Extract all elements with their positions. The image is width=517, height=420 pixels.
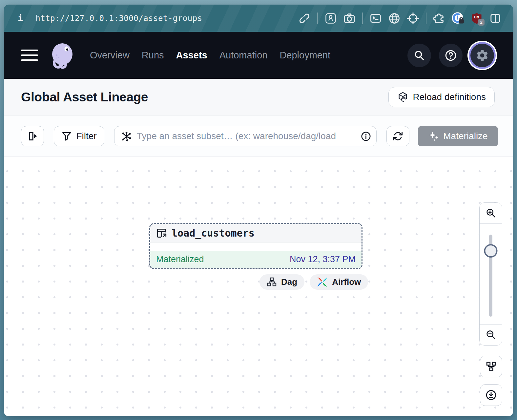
nav-item-deployment[interactable]: Deployment (279, 50, 330, 61)
nav-item-runs[interactable]: Runs (142, 50, 164, 61)
split-view-icon[interactable] (489, 12, 501, 24)
page-info-icon[interactable]: i (18, 13, 23, 23)
lineage-canvas[interactable]: load_customers Materialized Nov 12, 3:37… (4, 157, 513, 416)
toolbar-separator (317, 12, 318, 24)
zoom-in-icon (485, 208, 496, 219)
asset-status-row: Materialized Nov 12, 3:37 PM (150, 251, 362, 268)
zoom-out-button[interactable] (480, 324, 502, 345)
toolbar-separator (426, 12, 426, 24)
airflow-pinwheel-icon (317, 277, 328, 287)
search-input[interactable] (114, 126, 377, 146)
refresh-icon (393, 131, 403, 141)
filter-funnel-icon (61, 131, 72, 141)
search-icon (413, 49, 425, 62)
onepassword-icon[interactable] (452, 12, 464, 24)
reload-definitions-icon (397, 92, 408, 103)
app-navbar: Overview Runs Assets Automation Deployme… (4, 32, 513, 79)
expand-panel-icon (27, 131, 38, 142)
collapse-panel-button[interactable] (21, 126, 44, 146)
navbar-actions (407, 44, 496, 67)
extension-flower-icon[interactable] (325, 12, 337, 24)
zoom-slider (480, 224, 502, 324)
browser-window: i http://127.0.0.1:3000/asset-groups (4, 5, 513, 416)
asset-graph-icon (121, 131, 132, 142)
filter-label: Filter (76, 131, 96, 141)
reload-definitions-button[interactable]: Reload definitions (388, 87, 495, 107)
page-header: Global Asset Lineage Reload definitions (4, 79, 513, 115)
asset-table-icon (156, 228, 167, 239)
camera-icon[interactable] (343, 12, 355, 24)
zoom-in-button[interactable] (480, 203, 502, 224)
asset-node-body (150, 242, 362, 251)
nav-item-overview[interactable]: Overview (90, 50, 130, 61)
shield-count-badge: 2 (478, 19, 485, 26)
zoom-slider-knob[interactable] (484, 244, 498, 258)
zoom-out-icon (485, 329, 496, 341)
download-image-button[interactable] (480, 384, 502, 406)
info-icon[interactable] (361, 131, 371, 142)
crosshair-icon[interactable] (407, 12, 419, 24)
desktop-background: i http://127.0.0.1:3000/asset-groups (0, 0, 517, 420)
refresh-button[interactable] (386, 126, 409, 146)
svg-text:uo: uo (474, 15, 479, 19)
link-icon[interactable] (299, 12, 310, 24)
materialize-button[interactable]: Materialize (418, 126, 498, 146)
main-navigation: Overview Runs Assets Automation Deployme… (90, 50, 330, 61)
reload-definitions-label: Reload definitions (413, 92, 486, 102)
relayout-graph-button[interactable] (480, 356, 502, 377)
gear-icon (475, 49, 489, 62)
page-title: Global Asset Lineage (21, 90, 148, 104)
sparkle-icon (428, 131, 439, 142)
address-bar-url[interactable]: http://127.0.0.1:3000/asset-groups (35, 14, 202, 23)
nav-item-assets[interactable]: Assets (176, 50, 207, 61)
zoom-control-panel (479, 202, 502, 346)
help-button[interactable] (439, 44, 463, 67)
asset-subset-search (114, 126, 377, 146)
asset-status-label: Materialized (156, 254, 204, 264)
dagster-logo (47, 41, 76, 70)
asset-tag-row: Dag Airflow (259, 274, 368, 290)
browser-toolbar-actions: uo 2 (299, 12, 501, 24)
settings-button[interactable] (470, 44, 494, 67)
hamburger-menu-icon[interactable] (21, 50, 38, 61)
graph-layout-icon (486, 361, 497, 372)
ublock-shield-icon[interactable]: uo 2 (471, 12, 483, 24)
download-icon (485, 389, 497, 401)
sitemap-icon (267, 277, 277, 287)
tag-label: Dag (281, 277, 297, 287)
tag-label: Airflow (332, 277, 361, 287)
search-button[interactable] (407, 44, 431, 67)
lineage-toolbar: Filter (4, 115, 513, 157)
asset-status-timestamp[interactable]: Nov 12, 3:37 PM (290, 254, 356, 264)
asset-node-load-customers[interactable]: load_customers Materialized Nov 12, 3:37… (149, 223, 362, 269)
materialize-label: Materialize (443, 131, 487, 141)
browser-toolbar: i http://127.0.0.1:3000/asset-groups (4, 5, 513, 32)
puzzle-extension-icon[interactable] (433, 12, 445, 24)
toolbar-separator (362, 12, 363, 24)
asset-node-header: load_customers (150, 224, 362, 242)
asset-name: load_customers (172, 227, 255, 239)
tag-chip-dag[interactable]: Dag (259, 274, 304, 290)
globe-icon[interactable] (388, 12, 400, 24)
filter-button[interactable]: Filter (54, 126, 104, 146)
help-icon (444, 49, 457, 62)
tag-chip-airflow[interactable]: Airflow (310, 274, 368, 290)
terminal-icon[interactable] (370, 12, 382, 24)
nav-item-automation[interactable]: Automation (219, 50, 268, 61)
